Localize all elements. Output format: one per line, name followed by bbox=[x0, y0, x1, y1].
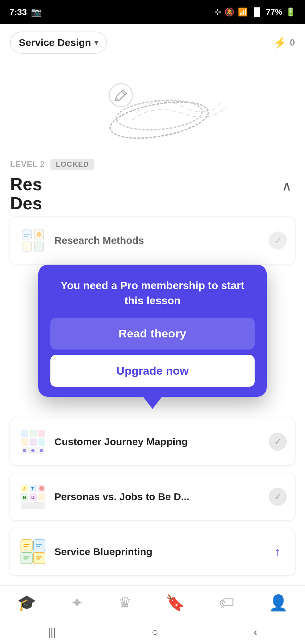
lesson-icon-journey bbox=[18, 427, 48, 457]
battery-icon: 🔋 bbox=[286, 7, 296, 17]
first-lesson-area: Research Methods ✓ bbox=[0, 216, 305, 265]
svg-rect-33 bbox=[24, 544, 30, 545]
svg-rect-28 bbox=[21, 502, 45, 509]
svg-rect-40 bbox=[36, 558, 40, 559]
locked-badge: LOCKED bbox=[50, 159, 94, 170]
level-label: LEVEL 2 bbox=[10, 160, 45, 169]
popup-container: You need a Pro membership to start this … bbox=[38, 265, 267, 409]
course-title: Service Design bbox=[19, 37, 91, 48]
course-selector[interactable]: Service Design ▾ bbox=[10, 32, 107, 54]
pen-tool-icon bbox=[114, 88, 128, 103]
status-left: 7:33 📷 bbox=[9, 7, 42, 17]
lesson-icon-personas: J T B D bbox=[18, 482, 48, 512]
nav-item-bookmarks[interactable]: 🔖 bbox=[160, 591, 190, 614]
nav-item-leaderboard[interactable]: ♛ bbox=[113, 591, 137, 614]
svg-point-16 bbox=[40, 449, 43, 452]
camera-icon: 📷 bbox=[31, 7, 42, 17]
nav-item-tags[interactable]: 🏷 bbox=[214, 591, 240, 614]
lesson-title-journey: Customer Journey Mapping bbox=[54, 436, 262, 447]
android-back-button[interactable]: ‹ bbox=[244, 623, 267, 642]
svg-rect-3 bbox=[34, 242, 44, 251]
svg-rect-8 bbox=[30, 430, 37, 437]
first-lesson-check: ✓ bbox=[269, 231, 287, 250]
tags-icon: 🏷 bbox=[219, 594, 234, 612]
level-title-row: Res Des ∧ bbox=[10, 175, 295, 213]
svg-rect-39 bbox=[36, 556, 42, 557]
table-row[interactable]: J T B D Personas vs. Jobs to Be D... ✓ bbox=[9, 473, 296, 521]
svg-rect-32 bbox=[34, 552, 45, 564]
lightning-icon: ⚡ bbox=[273, 36, 287, 49]
level-section: LEVEL 2 LOCKED Res Des ∧ bbox=[0, 159, 305, 213]
popup-card: You need a Pro membership to start this … bbox=[38, 265, 267, 397]
svg-point-6 bbox=[37, 232, 41, 237]
lesson-icon-checklist bbox=[18, 226, 48, 255]
nav-item-practice[interactable]: ✦ bbox=[65, 591, 89, 614]
svg-rect-37 bbox=[24, 556, 30, 557]
svg-text:J: J bbox=[23, 486, 26, 491]
popup-message: You need a Pro membership to start this … bbox=[50, 278, 255, 308]
first-lesson-card[interactable]: Research Methods ✓ bbox=[9, 216, 296, 265]
lesson-icon-blueprint bbox=[18, 537, 48, 567]
status-bar: 7:33 📷 ⊹ 🔕 📶 ▐▌ 77% 🔋 bbox=[0, 0, 305, 24]
wifi-icon: 📶 bbox=[238, 7, 248, 17]
battery-label: 77% bbox=[266, 7, 282, 17]
status-right: ⊹ 🔕 📶 ▐▌ 77% 🔋 bbox=[214, 7, 296, 17]
read-theory-button[interactable]: Read theory bbox=[50, 318, 255, 350]
level-title: Res Des bbox=[10, 175, 278, 213]
lessons-list: Customer Journey Mapping ✓ J T B D bbox=[0, 412, 305, 588]
leaderboard-icon: ♛ bbox=[118, 594, 132, 612]
svg-rect-36 bbox=[36, 546, 40, 547]
time: 7:33 bbox=[9, 7, 27, 17]
svg-point-22 bbox=[39, 486, 44, 491]
mute-icon: 🔕 bbox=[224, 7, 234, 17]
path-illustration bbox=[129, 87, 230, 130]
nav-item-profile[interactable]: 👤 bbox=[263, 591, 293, 614]
practice-icon: ✦ bbox=[71, 594, 84, 612]
app-header: Service Design ▾ ⚡ 0 bbox=[0, 24, 305, 61]
android-nav: ||| ○ ‹ bbox=[0, 620, 305, 644]
popup-section: Research Methods ✓ You need a Pro member… bbox=[0, 216, 305, 588]
level-badge-row: LEVEL 2 LOCKED bbox=[10, 159, 295, 170]
android-home-button[interactable]: ○ bbox=[141, 623, 168, 642]
profile-icon: 👤 bbox=[269, 594, 288, 612]
learn-icon: 🎓 bbox=[17, 594, 36, 612]
collapse-button[interactable]: ∧ bbox=[278, 175, 295, 197]
popup-wrapper: You need a Pro membership to start this … bbox=[0, 265, 305, 409]
bluetooth-icon: ⊹ bbox=[214, 7, 221, 17]
svg-rect-9 bbox=[38, 430, 45, 437]
lesson-check-journey: ✓ bbox=[269, 433, 287, 451]
svg-rect-2 bbox=[22, 242, 32, 251]
svg-rect-7 bbox=[21, 430, 28, 437]
chevron-down-icon: ▾ bbox=[94, 38, 98, 47]
svg-rect-30 bbox=[34, 540, 45, 551]
svg-rect-31 bbox=[21, 552, 32, 564]
svg-rect-12 bbox=[38, 438, 45, 446]
svg-rect-35 bbox=[36, 544, 42, 545]
level-title-line2: Des bbox=[10, 194, 42, 213]
svg-rect-11 bbox=[30, 438, 37, 446]
lesson-check-personas: ✓ bbox=[269, 488, 287, 506]
nav-item-learn[interactable]: 🎓 bbox=[12, 591, 42, 614]
first-lesson-title: Research Methods bbox=[54, 235, 262, 246]
streak-count: 0 bbox=[290, 37, 295, 48]
bottom-nav: 🎓 ✦ ♛ 🔖 🏷 👤 bbox=[0, 585, 305, 620]
dashed-shape bbox=[89, 76, 216, 144]
svg-point-14 bbox=[23, 449, 26, 452]
streak-badge: ⚡ 0 bbox=[273, 36, 295, 49]
svg-point-15 bbox=[31, 449, 35, 452]
table-row[interactable]: Customer Journey Mapping ✓ bbox=[9, 418, 296, 466]
android-menu-button[interactable]: ||| bbox=[38, 623, 66, 642]
table-row[interactable]: Service Blueprinting ↑ bbox=[9, 528, 296, 576]
illustration-area bbox=[0, 61, 305, 155]
level-title-line1: Res bbox=[10, 174, 42, 194]
svg-text:D: D bbox=[31, 495, 35, 500]
svg-rect-10 bbox=[21, 438, 28, 446]
svg-rect-29 bbox=[21, 540, 32, 551]
lesson-title-personas: Personas vs. Jobs to Be D... bbox=[54, 491, 262, 502]
lesson-title-blueprint: Service Blueprinting bbox=[54, 546, 262, 557]
svg-rect-27 bbox=[38, 493, 45, 501]
popup-arrow bbox=[143, 397, 162, 409]
upgrade-now-button[interactable]: Upgrade now bbox=[50, 355, 255, 387]
svg-text:B: B bbox=[23, 495, 26, 500]
svg-rect-34 bbox=[24, 546, 28, 547]
